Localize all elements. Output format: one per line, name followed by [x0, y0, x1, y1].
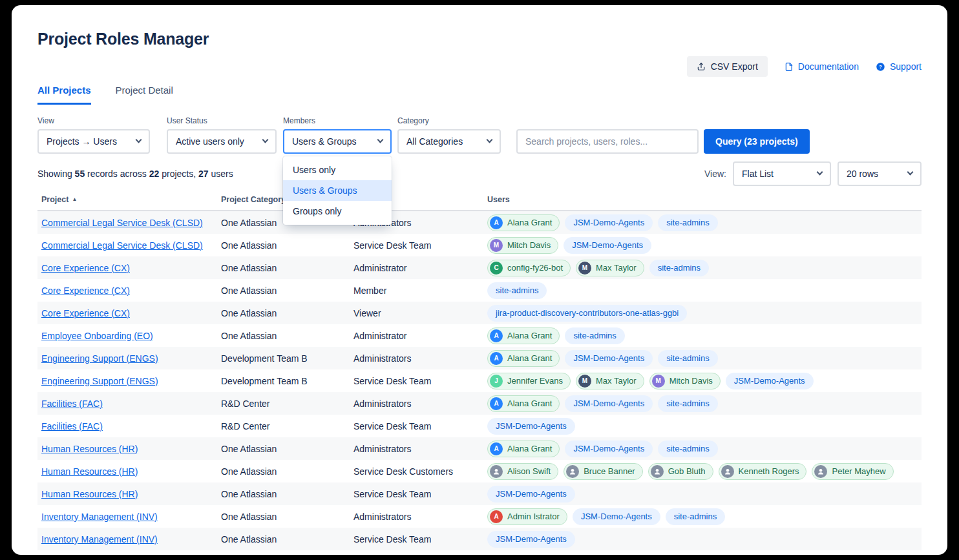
user-chip[interactable]: MMax Taylor [576, 373, 644, 389]
user-avatar: A [490, 216, 503, 229]
user-chip[interactable]: AAlana Grant [487, 395, 560, 412]
tab-all-projects[interactable]: All Projects [37, 85, 91, 105]
tab-project-detail[interactable]: Project Detail [116, 85, 173, 105]
chip-label: Peter Mayhew [832, 466, 885, 476]
project-cell: Human Resources (HR) [41, 444, 221, 454]
group-chip[interactable]: site-admins [658, 350, 717, 367]
project-link[interactable]: Inventory Management (INV) [41, 534, 158, 544]
group-chip[interactable]: site-admins [565, 327, 624, 344]
project-link[interactable]: Human Resources (HR) [41, 489, 138, 499]
group-chip[interactable]: site-admins [658, 214, 717, 231]
members-menu-option[interactable]: Groups only [283, 201, 392, 222]
page-size-select-value: 20 rows [847, 169, 878, 179]
page-size-select[interactable]: 20 rows [838, 161, 922, 186]
user-chip[interactable]: AAlana Grant [487, 327, 560, 344]
group-chip[interactable]: JSM-Demo-Agents [564, 237, 651, 254]
project-link[interactable]: Human Resources (HR) [41, 466, 138, 477]
members-select[interactable]: Users & Groups [283, 129, 392, 154]
group-chip[interactable]: JSM-Demo-Agents [487, 531, 575, 548]
user-chip[interactable]: MMitch Davis [649, 373, 721, 389]
users-cell: JJennifer EvansMMax TaylorMMitch DavisJS… [487, 373, 922, 389]
project-link[interactable]: Facilities (FAC) [41, 399, 103, 409]
chip-label: Kenneth Rogers [739, 466, 799, 476]
group-chip[interactable]: JSM-Demo-Agents [565, 395, 653, 412]
group-chip[interactable]: JSM-Demo-Agents [573, 508, 660, 525]
user-chip[interactable]: Gob Bluth [648, 463, 713, 480]
user-chip[interactable]: AAlana Grant [487, 214, 560, 231]
view-select-value: Projects → Users [47, 136, 117, 147]
group-chip[interactable]: site-admins [487, 282, 547, 299]
project-category-cell: R&D Center [221, 399, 353, 409]
layout-select[interactable]: Flat List [733, 161, 831, 186]
user-avatar: M [578, 375, 591, 388]
user-chip[interactable]: Peter Mayhew [812, 463, 893, 480]
project-link[interactable]: Core Experience (CX) [41, 308, 130, 318]
user-chip[interactable]: Alison Swift [487, 463, 558, 480]
users-cell: jira-product-discovery-contributors-one-… [487, 305, 922, 322]
user-avatar: M [652, 375, 665, 388]
user-chip[interactable]: Bruce Banner [564, 463, 643, 480]
project-link[interactable]: Human Resources (HR) [41, 444, 138, 454]
user-chip[interactable]: Cconfig-fy26-bot [487, 260, 571, 276]
project-link[interactable]: Inventory Management (INV) [41, 512, 158, 522]
members-menu-option[interactable]: Users only [283, 160, 392, 180]
chip-label: Mitch Davis [507, 240, 551, 250]
user-avatar: M [490, 239, 503, 252]
documentation-link[interactable]: Documentation [785, 61, 859, 72]
users-cell: JSM-Demo-Agents [487, 531, 922, 548]
sort-ascending-icon: ▲ [72, 197, 77, 202]
chip-label: Jennifer Evans [507, 376, 563, 386]
group-chip[interactable]: JSM-Demo-Agents [565, 441, 653, 457]
project-link[interactable]: Core Experience (CX) [41, 285, 130, 296]
chip-label: JSM-Demo-Agents [572, 240, 643, 250]
group-chip[interactable]: site-admins [658, 441, 717, 457]
column-header-project[interactable]: Project ▲ [41, 195, 221, 204]
group-chip[interactable]: JSM-Demo-Agents [487, 418, 575, 435]
user-chip[interactable]: JJennifer Evans [487, 373, 571, 389]
view-controls: View: Flat List 20 rows [704, 161, 922, 186]
project-link[interactable]: Core Experience (CX) [41, 263, 130, 273]
group-chip[interactable]: jira-product-discovery-contributors-one-… [487, 305, 687, 322]
user-chip[interactable]: AAlana Grant [487, 350, 560, 367]
user-chip[interactable]: MMitch Davis [487, 237, 558, 254]
csv-export-button[interactable]: CSV Export [687, 56, 768, 77]
group-chip[interactable]: JSM-Demo-Agents [565, 350, 653, 367]
members-select-value: Users & Groups [292, 136, 357, 147]
support-link[interactable]: ? Support [876, 61, 922, 72]
user-chip[interactable]: MMax Taylor [576, 260, 644, 276]
group-chip[interactable]: site-admins [649, 260, 709, 276]
project-link[interactable]: Commercial Legal Service Desk (CLSD) [41, 240, 203, 251]
group-chip[interactable]: site-admins [658, 395, 717, 412]
user-avatar: C [490, 262, 503, 275]
project-link[interactable]: Commercial Legal Service Desk (CLSD) [41, 218, 203, 228]
chip-label: site-admins [666, 353, 709, 363]
group-chip[interactable]: JSM-Demo-Agents [565, 214, 653, 231]
project-link[interactable]: Facilities (FAC) [41, 421, 103, 431]
chip-label: Mitch Davis [669, 376, 713, 386]
group-chip[interactable]: site-admins [666, 508, 725, 525]
chip-label: JSM-Demo-Agents [496, 421, 567, 431]
user-chip[interactable]: AAdmin Istrator [487, 508, 567, 525]
project-category-cell: Development Team B [221, 353, 353, 364]
chip-label: config-fy26-bot [507, 263, 563, 273]
svg-text:?: ? [879, 64, 882, 70]
users-cell: site-admins [487, 282, 922, 299]
column-header-users[interactable]: Users [487, 195, 922, 204]
members-menu-option[interactable]: Users & Groups [283, 180, 392, 201]
group-chip[interactable]: JSM-Demo-Agents [726, 373, 814, 389]
user-chip[interactable]: AAlana Grant [487, 441, 560, 457]
role-cell: Service Desk Team [353, 240, 487, 251]
user-avatar: A [490, 352, 503, 365]
user-status-select[interactable]: Active users only [167, 129, 277, 154]
project-link[interactable]: Engineering Support (ENGS) [41, 353, 158, 364]
chip-label: Bruce Banner [584, 466, 635, 476]
group-chip[interactable]: JSM-Demo-Agents [487, 486, 575, 503]
category-select[interactable]: All Categories [397, 129, 501, 154]
view-select[interactable]: Projects → Users [37, 129, 150, 154]
search-input[interactable] [516, 129, 699, 154]
query-button[interactable]: Query (23 projects) [704, 129, 810, 154]
project-link[interactable]: Engineering Support (ENGS) [41, 376, 158, 386]
chip-label: Alana Grant [507, 218, 552, 227]
project-link[interactable]: Employee Onboarding (EO) [41, 331, 153, 341]
user-chip[interactable]: Kenneth Rogers [719, 463, 807, 480]
